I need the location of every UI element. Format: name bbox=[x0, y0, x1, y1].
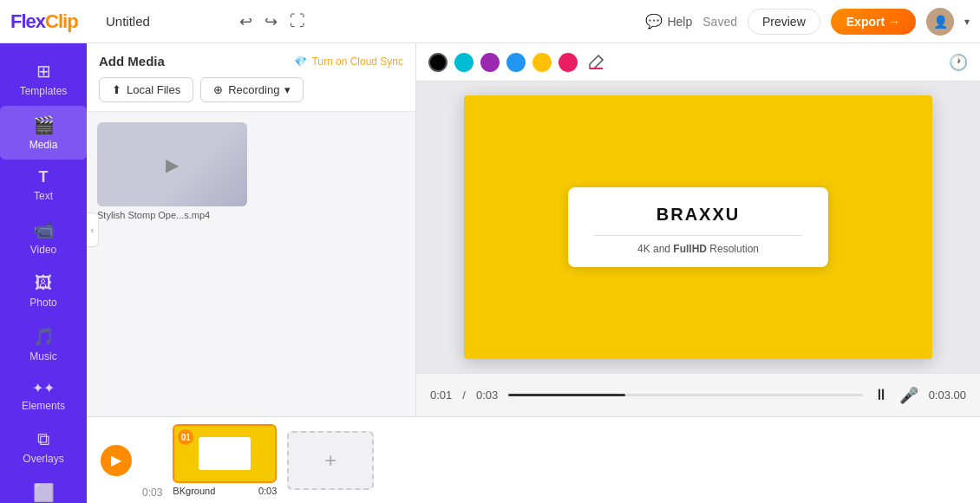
color-toolbar: 🕐 bbox=[416, 43, 980, 82]
preview-button[interactable]: Preview bbox=[748, 9, 820, 35]
media-icon: 🎬 bbox=[33, 114, 55, 135]
add-media-title: Add Media bbox=[99, 54, 165, 69]
panel-collapse-handle[interactable]: ‹ bbox=[87, 212, 99, 247]
video-card: BRAXXU 4K and FullHD Resolution bbox=[568, 187, 828, 267]
fill-color-button[interactable] bbox=[585, 51, 607, 74]
redo-icon: ↪ bbox=[265, 12, 278, 31]
recording-button[interactable]: ⊕ Recording ▾ bbox=[200, 77, 304, 102]
list-item[interactable]: ▶ Stylish Stomp Ope...s.mp4 bbox=[97, 122, 247, 406]
video-controls: 0:01 / 0:03 ⏸ 🎤 0:03.00 bbox=[416, 373, 980, 416]
canvas-container[interactable]: BRAXXU 4K and FullHD Resolution bbox=[416, 82, 980, 373]
sidebar-item-label: Media bbox=[29, 139, 58, 151]
add-icon: + bbox=[324, 448, 336, 473]
sidebar-item-video[interactable]: 📹 Video bbox=[0, 211, 87, 265]
media-grid: ▶ Stylish Stomp Ope...s.mp4 bbox=[87, 112, 415, 416]
photo-icon: 🖼 bbox=[35, 273, 52, 293]
undo-button[interactable]: ↩ bbox=[236, 9, 256, 35]
cloud-sync-button[interactable]: 💎 Turn on Cloud Sync bbox=[294, 56, 403, 68]
sidebar-item-photo[interactable]: 🖼 Photo bbox=[0, 265, 87, 317]
current-time-display: 0:01 bbox=[430, 389, 452, 402]
sidebar-item-elements[interactable]: ✦✦ Elements bbox=[0, 371, 87, 421]
cloud-icon: 💎 bbox=[294, 56, 307, 68]
add-clip-button[interactable]: + bbox=[287, 431, 374, 490]
microphone-icon[interactable]: 🎤 bbox=[899, 386, 918, 405]
pause-icon: ⏸ bbox=[873, 386, 889, 404]
saved-status: Saved bbox=[702, 15, 737, 29]
fullscreen-icon: ⛶ bbox=[290, 12, 305, 30]
upload-icon: ⬆ bbox=[112, 83, 121, 96]
time-separator: / bbox=[462, 389, 466, 402]
recording-chevron-icon: ▾ bbox=[284, 83, 291, 96]
avatar-icon: 👤 bbox=[933, 15, 948, 29]
chevron-down-icon: ▾ bbox=[964, 16, 970, 28]
video-icon: 📹 bbox=[33, 219, 55, 240]
table-row[interactable]: 01 BKground 0:03 bbox=[173, 424, 277, 496]
timeline-time-wrapper: 0:03 bbox=[142, 422, 162, 499]
recording-icon: ⊕ bbox=[213, 83, 223, 96]
bkground-icon: ⬜ bbox=[33, 482, 55, 503]
color-yellow[interactable] bbox=[532, 53, 552, 72]
clip-badge: 01 bbox=[178, 429, 193, 445]
progress-bar[interactable] bbox=[508, 394, 862, 396]
timer-icon[interactable]: 🕐 bbox=[949, 53, 968, 72]
chevron-left-icon: ‹ bbox=[91, 225, 94, 235]
elements-icon: ✦✦ bbox=[32, 380, 55, 396]
video-canvas: BRAXXU 4K and FullHD Resolution bbox=[464, 95, 932, 359]
sidebar-item-label: Music bbox=[29, 350, 56, 363]
duration-display: 0:03.00 bbox=[929, 389, 966, 402]
sidebar-item-label: Overlays bbox=[23, 453, 63, 465]
sidebar-item-label: Video bbox=[30, 244, 56, 256]
sidebar-item-label: Photo bbox=[29, 297, 56, 309]
clip-duration: 0:03 bbox=[258, 486, 277, 496]
resolution-text: 4K and FullHD Resolution bbox=[594, 243, 802, 255]
logo: FlexClip bbox=[10, 10, 97, 33]
color-black[interactable] bbox=[428, 53, 448, 72]
account-chevron-button[interactable]: ▾ bbox=[964, 16, 970, 28]
avatar[interactable]: 👤 bbox=[926, 8, 954, 36]
play-button[interactable]: ▶ bbox=[101, 445, 132, 476]
pause-button[interactable]: ⏸ bbox=[873, 386, 889, 404]
templates-icon: ⊞ bbox=[36, 61, 51, 82]
progress-fill bbox=[508, 394, 625, 396]
undo-icon: ↩ bbox=[239, 12, 252, 31]
brand-name: BRAXXU bbox=[594, 205, 802, 225]
sidebar: ⊞ Templates 🎬 Media T Text 📹 Video 🖼 Pho… bbox=[0, 43, 87, 503]
help-button[interactable]: 💬 Help bbox=[645, 13, 692, 29]
media-thumbnail: ▶ bbox=[97, 122, 247, 206]
color-purple[interactable] bbox=[480, 53, 500, 72]
project-title-input[interactable] bbox=[106, 14, 227, 29]
redo-button[interactable]: ↪ bbox=[261, 9, 281, 35]
sidebar-item-media[interactable]: 🎬 Media bbox=[0, 106, 87, 160]
sidebar-item-bkground[interactable]: ⬜ BKground bbox=[0, 474, 87, 503]
clip-label: BKground bbox=[173, 486, 215, 496]
color-blue[interactable] bbox=[506, 53, 526, 72]
left-panel: Add Media 💎 Turn on Cloud Sync ⬆ Local F… bbox=[87, 43, 416, 416]
timeline-time: 0:03 bbox=[142, 487, 162, 499]
color-pink[interactable] bbox=[559, 53, 578, 72]
export-button[interactable]: Export → bbox=[831, 9, 916, 35]
clip-thumbnail: 01 bbox=[173, 424, 277, 483]
sidebar-item-label: Templates bbox=[20, 85, 68, 97]
logo-text: FlexClip bbox=[10, 10, 78, 33]
sidebar-item-overlays[interactable]: ⧉ Overlays bbox=[0, 421, 87, 474]
help-icon: 💬 bbox=[645, 13, 663, 29]
sidebar-item-templates[interactable]: ⊞ Templates bbox=[0, 52, 87, 106]
music-icon: 🎵 bbox=[33, 326, 55, 347]
fullscreen-button[interactable]: ⛶ bbox=[286, 9, 309, 34]
sidebar-item-music[interactable]: 🎵 Music bbox=[0, 317, 87, 371]
sidebar-item-text[interactable]: T Text bbox=[0, 160, 87, 211]
timeline: ▶ 0:03 01 BKground 0:03 + bbox=[87, 416, 980, 503]
canvas-area: 🕐 BRAXXU 4K and FullHD Resolution bbox=[416, 43, 980, 416]
sidebar-item-label: Text bbox=[34, 190, 53, 202]
total-time-display: 0:03 bbox=[476, 389, 498, 402]
text-icon: T bbox=[39, 168, 49, 186]
color-teal[interactable] bbox=[454, 53, 474, 72]
clip-thumb-inner bbox=[199, 437, 251, 470]
play-icon: ▶ bbox=[111, 452, 121, 468]
overlays-icon: ⧉ bbox=[37, 429, 49, 449]
local-files-button[interactable]: ⬆ Local Files bbox=[99, 77, 193, 102]
media-filename: Stylish Stomp Ope...s.mp4 bbox=[97, 210, 247, 220]
sidebar-item-label: Elements bbox=[22, 400, 65, 412]
